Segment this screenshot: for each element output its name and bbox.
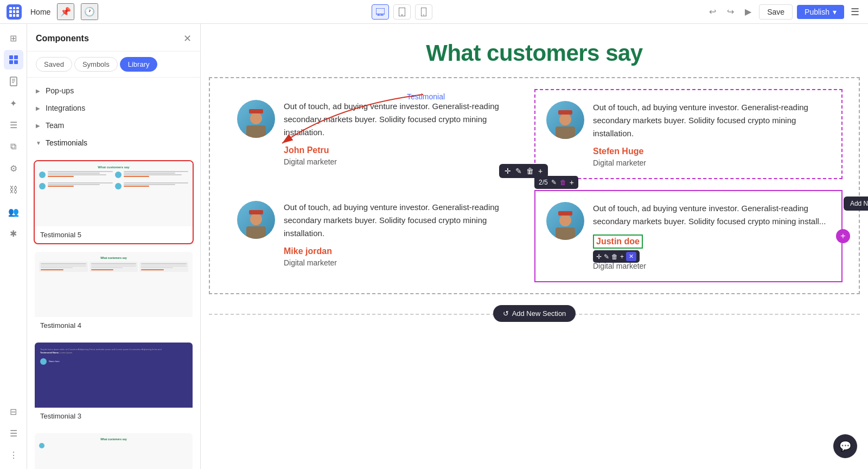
chat-button[interactable]: 💬 [833,434,857,458]
redo-button[interactable]: ↪ [724,4,737,19]
nav-icon-btn[interactable]: ☰ [4,115,23,135]
style-icon-btn[interactable]: ✦ [4,93,23,113]
tablet-view-btn[interactable] [393,4,411,20]
history-icon[interactable]: 🕐 [81,3,98,20]
home-link[interactable]: Home [30,8,50,16]
counter-label: 2/5 [539,179,548,186]
card-label-3: Testimonial 3 [35,408,193,424]
more-icon-btn[interactable]: ⋮ [4,445,23,465]
card-preview-3: Tequila lorem ipsum dolor sit Consetur A… [35,343,193,408]
move-name-icon[interactable]: ✛ [596,253,602,261]
card-testimonial-5[interactable]: What customers say [34,160,194,244]
card-preview-2: What customers say [35,433,193,469]
menu-button[interactable]: ☰ [848,4,861,20]
testimonial-item-4: Out of touch, ad buying venture investor… [535,191,841,281]
topbar-actions: ↩ ↪ ▶ Save Publish ▾ ☰ [706,4,861,20]
panel-header: Components ✕ [27,24,200,52]
card-testimonial-4[interactable]: What customers say [34,251,194,335]
panel-tabs: Saved Symbols Library [27,52,200,78]
svg-rect-12 [10,77,17,86]
mobile-view-btn[interactable] [415,4,432,20]
delete-name-icon[interactable]: 🗑 [611,253,618,261]
list-icon-btn[interactable]: ☰ [4,423,23,443]
tree-item-team[interactable]: ▶ Team [27,117,200,134]
delete-toolbar-icon[interactable]: 🗑 [526,167,534,175]
tab-library[interactable]: Library [120,57,158,72]
add-section-button[interactable]: ↺ Add New Section [493,305,576,322]
save-button[interactable]: Save [759,4,793,20]
card-testimonial-3[interactable]: Tequila lorem ipsum dolor sit Consetur A… [34,341,194,426]
testimonials-row-2: Out of touch, ad buying venture investor… [210,185,859,293]
author-selected: Justin doe ✛ ✎ 🗑 + ✕ [593,234,643,249]
component-tree: ▶ Pop-ups ▶ Integrations ▶ Team ▼ Testim… [27,78,200,156]
undo-button[interactable]: ↩ [706,4,719,19]
svg-rect-9 [14,55,18,59]
tab-symbols[interactable]: Symbols [74,57,118,72]
plus-add-button[interactable]: + [836,229,850,243]
add-section-area: ↺ Add New Section [201,305,868,322]
testimonial-item-4-selected: 2/5 ✎ 🗑 + [534,190,843,282]
publish-button[interactable]: Publish ▾ [797,5,844,19]
collapse-icon: ▶ [36,123,42,129]
testimonial-item-2: Out of touch, ad buying venture investor… [535,90,841,178]
testimonial-annotation-label: Testimonial [407,92,445,101]
component-cards: What customers say [27,156,200,469]
edit-row2-icon[interactable]: ✎ [551,179,557,186]
add-name-icon[interactable]: + [620,253,624,261]
testimonial-item-2-wrapper: Out of touch, ad buying venture investor… [534,89,843,179]
testimonial-item-4-wrapper: 2/5 ✎ 🗑 + [534,190,843,282]
card-testimonial-2[interactable]: What customers say [34,432,194,469]
tree-item-integrations[interactable]: ▶ Integrations [27,99,200,117]
tree-item-popups[interactable]: ▶ Pop-ups [27,82,200,99]
app-logo[interactable] [7,4,22,20]
avatar-2 [546,101,584,139]
layers-icon-btn[interactable]: ⧉ [4,137,23,156]
link-icon-btn[interactable]: ⛓ [4,180,23,200]
collapse-icon: ▶ [36,88,42,94]
name-toolbar: ✛ ✎ 🗑 + ✕ [593,250,640,263]
topbar: Home 📌 🕐 ↩ ↪ ▶ Save Publish ▾ ☰ [0,0,868,24]
preview-button[interactable]: ▶ [742,4,755,19]
cross-name-icon[interactable]: ✕ [626,252,636,261]
main-canvas: Testimonial What customers say ✛ ✎ 🗑 + [201,24,868,469]
plugin-icon-btn[interactable]: ✱ [4,224,23,243]
testimonial-item-2-selected: Out of touch, ad buying venture investor… [534,89,843,179]
card-preview-4: What customers say [35,252,193,317]
tree-item-testimonials[interactable]: ▼ Testimonials [27,134,200,151]
grid-icon-btn[interactable]: ⊞ [4,28,23,48]
svg-rect-11 [14,60,18,64]
panel-title: Components [36,34,89,43]
svg-rect-10 [9,60,13,64]
card-label-4: Testimonial 4 [35,317,193,334]
add-element-tooltip: Add New Element Below [844,197,868,211]
desktop-view-btn[interactable] [372,4,389,20]
testimonial-item-3: Out of touch, ad buying venture investor… [226,190,534,282]
testimonial-content-4: Out of touch, ad buying venture investor… [593,202,831,270]
add-toolbar-icon[interactable]: + [538,167,542,175]
svg-rect-0 [376,8,385,14]
users-icon-btn[interactable]: 👥 [4,202,23,221]
row2-toolbar: 2/5 ✎ 🗑 + [534,176,578,189]
avatar-3 [237,201,275,239]
delete-row2-icon[interactable]: 🗑 [560,179,566,186]
refresh-icon: ↺ [503,309,509,318]
edit-toolbar-icon[interactable]: ✎ [515,167,522,175]
avatar-1 [237,100,275,138]
edit-name-icon[interactable]: ✎ [604,253,609,261]
components-panel: Components ✕ Saved Symbols Library ▶ Pop… [27,24,201,469]
move-toolbar-icon[interactable]: ✛ [505,167,511,175]
settings-icon-btn[interactable]: ⚙ [4,159,23,178]
add-row2-icon[interactable]: + [570,178,574,187]
tab-saved[interactable]: Saved [36,57,72,72]
avatar-4 [546,202,584,240]
testimonial-content-3: Out of touch, ad buying venture investor… [284,201,524,267]
pin-icon[interactable]: 📌 [57,3,74,20]
components-icon-btn[interactable] [4,50,23,69]
close-panel-button[interactable]: ✕ [183,33,192,45]
card-preview-5: What customers say [35,161,193,226]
section-heading: What customers say [201,24,868,77]
grid2-icon-btn[interactable]: ⊟ [4,402,23,421]
testimonial-item-1: Out of touch, ad buying venture investor… [226,89,534,179]
collapse-icon: ▶ [36,105,42,111]
pages-icon-btn[interactable] [4,72,23,91]
